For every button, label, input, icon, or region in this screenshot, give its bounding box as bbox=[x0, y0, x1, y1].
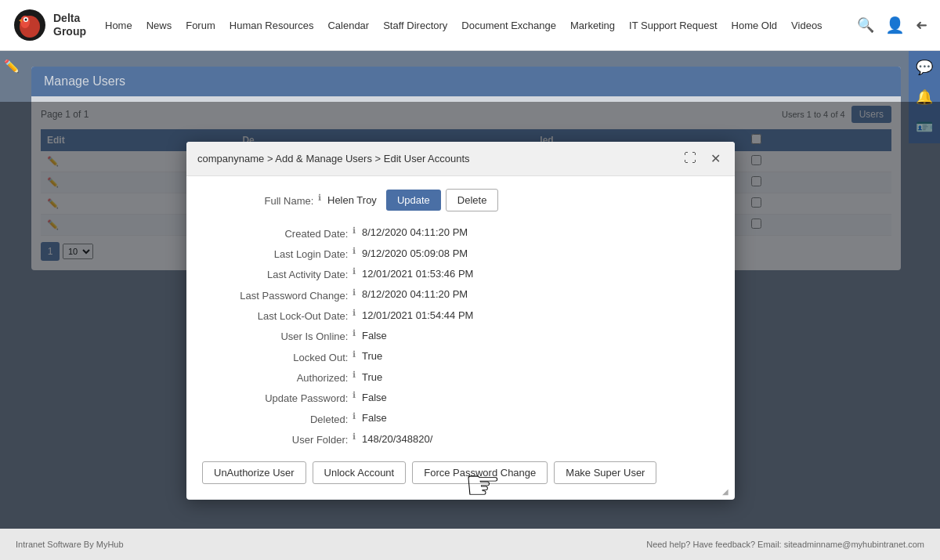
info-value: 8/12/2020 04:11:20 PM bbox=[359, 222, 719, 243]
close-modal-button[interactable]: ✕ bbox=[707, 150, 724, 168]
nav-videos[interactable]: Videos bbox=[791, 20, 822, 31]
logo-text: Delta Group bbox=[53, 12, 86, 38]
manage-users-header: Manage Users bbox=[31, 67, 901, 96]
info-field-icon-5: ℹ bbox=[352, 328, 356, 338]
logout-icon[interactable]: ➜ bbox=[916, 16, 927, 34]
info-value: 12/01/2021 01:53:46 PM bbox=[359, 263, 719, 284]
footer-left: Intranet Software By MyHub bbox=[16, 540, 124, 549]
info-field-row: Last Login Date: ℹ 9/12/2020 05:09:08 PM bbox=[202, 243, 719, 263]
action-button-1[interactable]: Unlock Account bbox=[313, 461, 407, 484]
info-field-icon-4: ℹ bbox=[352, 308, 356, 317]
info-label: Last Login Date: ℹ bbox=[202, 243, 359, 263]
action-button-0[interactable]: UnAuthorize User bbox=[202, 461, 306, 484]
info-field-icon-9: ℹ bbox=[352, 411, 356, 421]
nav-links: Home News Forum Human Resources Calendar… bbox=[105, 20, 857, 31]
info-field-icon-10: ℹ bbox=[352, 432, 356, 441]
info-label: Last Lock-Out Date: ℹ bbox=[202, 305, 359, 325]
modal-header: companyname > Add & Manage Users > Edit … bbox=[186, 142, 735, 176]
nav-marketing[interactable]: Marketing bbox=[570, 20, 615, 31]
info-field-row: Last Activity Date: ℹ 12/01/2021 01:53:4… bbox=[202, 263, 719, 284]
info-value: False bbox=[359, 387, 719, 407]
info-value: True bbox=[359, 346, 719, 367]
info-field-icon-7: ℹ bbox=[352, 370, 356, 379]
update-button[interactable]: Update bbox=[386, 190, 441, 211]
info-field-icon-2: ℹ bbox=[352, 266, 356, 276]
info-label: User Is Online: ℹ bbox=[202, 325, 359, 345]
footer: Intranet Software By MyHub Need help? Ha… bbox=[0, 529, 940, 560]
logo-bird-icon bbox=[13, 8, 47, 42]
info-value: True bbox=[359, 367, 719, 387]
nav-home[interactable]: Home bbox=[105, 20, 132, 31]
full-name-label: Full Name: ℹ bbox=[202, 193, 327, 207]
info-field-row: Authorized: ℹ True bbox=[202, 367, 719, 387]
info-label: Created Date: ℹ bbox=[202, 222, 359, 243]
info-value: 12/01/2021 01:54:44 PM bbox=[359, 305, 719, 325]
info-field-icon-8: ℹ bbox=[352, 390, 356, 399]
nav-staff-directory[interactable]: Staff Directory bbox=[383, 20, 447, 31]
footer-right: Need help? Have feedback? Email: siteadm… bbox=[646, 540, 924, 549]
svg-point-4 bbox=[25, 19, 27, 21]
nav-calendar[interactable]: Calendar bbox=[327, 20, 369, 31]
info-value: False bbox=[359, 325, 719, 345]
info-value: 148/20/348820/ bbox=[359, 428, 719, 449]
edit-left-icon[interactable]: ✏️ bbox=[4, 59, 20, 74]
nav-news[interactable]: News bbox=[146, 20, 172, 31]
expand-modal-button[interactable]: ⛶ bbox=[681, 150, 700, 167]
info-label: User Folder: ℹ bbox=[202, 428, 359, 449]
info-label: Authorized: ℹ bbox=[202, 367, 359, 387]
modal-body: Full Name: ℹ Helen Troy Update Delete Cr… bbox=[186, 176, 735, 500]
info-field-row: Last Lock-Out Date: ℹ 12/01/2021 01:54:4… bbox=[202, 305, 719, 325]
info-field-row: User Folder: ℹ 148/20/348820/ bbox=[202, 428, 719, 449]
info-label: Update Password: ℹ bbox=[202, 387, 359, 407]
info-label: Last Activity Date: ℹ bbox=[202, 263, 359, 284]
info-field-icon-6: ℹ bbox=[352, 349, 356, 359]
full-name-info-icon: ℹ bbox=[318, 193, 321, 202]
info-field-row: User Is Online: ℹ False bbox=[202, 325, 719, 345]
action-button-2[interactable]: Force Password Change bbox=[412, 461, 548, 484]
info-label: Locked Out: ℹ bbox=[202, 346, 359, 367]
info-value: 8/12/2020 04:11:20 PM bbox=[359, 284, 719, 305]
search-icon[interactable]: 🔍 bbox=[857, 16, 874, 34]
nav-hr[interactable]: Human Resources bbox=[230, 20, 314, 31]
modal-breadcrumb: companyname > Add & Manage Users > Edit … bbox=[197, 153, 470, 164]
main-content: Manage Users Page 1 of 1 Users 1 to 4 of… bbox=[0, 51, 940, 529]
nav-right-icons: 🔍 👤 ➜ bbox=[857, 16, 927, 34]
resize-handle[interactable]: ◢ bbox=[722, 487, 732, 497]
nav-doc-exchange[interactable]: Document Exchange bbox=[461, 20, 556, 31]
info-fields-table: Created Date: ℹ 8/12/2020 04:11:20 PM La… bbox=[202, 222, 719, 450]
chat-icon[interactable]: 💬 bbox=[916, 59, 933, 76]
info-field-row: Locked Out: ℹ True bbox=[202, 346, 719, 367]
edit-user-modal: companyname > Add & Manage Users > Edit … bbox=[186, 142, 735, 500]
nav-home-old[interactable]: Home Old bbox=[732, 20, 778, 31]
delete-button[interactable]: Delete bbox=[446, 189, 499, 211]
user-avatar-icon[interactable]: 👤 bbox=[885, 16, 905, 34]
manage-users-title: Manage Users bbox=[44, 74, 125, 88]
full-name-value: Helen Troy bbox=[327, 194, 377, 206]
full-name-row: Full Name: ℹ Helen Troy Update Delete bbox=[202, 189, 719, 211]
info-value: 9/12/2020 05:09:08 PM bbox=[359, 243, 719, 263]
nav-forum[interactable]: Forum bbox=[186, 20, 215, 31]
info-label: Last Password Change: ℹ bbox=[202, 284, 359, 305]
logo[interactable]: Delta Group bbox=[13, 8, 86, 42]
info-field-icon-1: ℹ bbox=[352, 246, 356, 255]
info-field-icon-3: ℹ bbox=[352, 287, 356, 297]
info-label: Deleted: ℹ bbox=[202, 408, 359, 428]
info-value: False bbox=[359, 408, 719, 428]
info-field-row: Created Date: ℹ 8/12/2020 04:11:20 PM bbox=[202, 222, 719, 243]
nav-it-support[interactable]: IT Support Request bbox=[629, 20, 718, 31]
top-navigation: Delta Group Home News Forum Human Resour… bbox=[0, 0, 940, 51]
action-buttons-row: UnAuthorize UserUnlock AccountForce Pass… bbox=[202, 461, 719, 484]
modal-header-icons: ⛶ ✕ bbox=[681, 150, 724, 168]
info-field-icon-0: ℹ bbox=[352, 226, 356, 235]
info-field-row: Deleted: ℹ False bbox=[202, 408, 719, 428]
left-sidebar: ✏️ bbox=[0, 51, 24, 81]
info-field-row: Last Password Change: ℹ 8/12/2020 04:11:… bbox=[202, 284, 719, 305]
action-button-3[interactable]: Make Super User bbox=[554, 461, 656, 484]
info-field-row: Update Password: ℹ False bbox=[202, 387, 719, 407]
